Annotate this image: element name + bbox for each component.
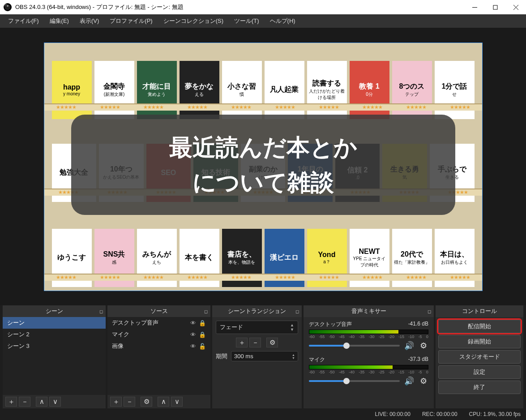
transition-settings-button[interactable]: ⚙ [266,338,278,347]
volume-slider[interactable] [309,345,400,347]
move-down-button[interactable]: ∨ [171,397,183,407]
live-status: LIVE: 00:00:00 [375,411,410,417]
channel-name: マイク [309,356,325,364]
eye-icon[interactable]: 👁 [190,343,196,350]
menubar: ファイル(F) 編集(E) 表示(V) プロファイル(P) シーンコレクション(… [0,14,526,28]
detach-icon[interactable]: ◻ [99,309,103,314]
move-down-button[interactable]: ∨ [49,397,61,407]
move-up-button[interactable]: ∧ [36,397,47,407]
preview-area[interactable]: happy money金閣寺 (新潮文庫)才能に目覚めよう夢をかなえる小さな習慣… [0,28,526,305]
controls-header: コントロール [436,305,523,317]
menu-tools[interactable]: ツール(T) [229,15,265,27]
source-item[interactable]: 画像👁🔓 [107,340,210,352]
duration-spinbox[interactable]: 300 ms▲▼ [231,351,298,361]
exit-button[interactable]: 終了 [438,381,521,394]
source-settings-button[interactable]: ⚙ [141,397,152,407]
detach-icon[interactable]: ◻ [295,309,299,314]
source-item[interactable]: デスクトップ音声👁🔒 [107,317,210,329]
menu-file[interactable]: ファイル(F) [3,15,44,27]
eye-icon[interactable]: 👁 [190,331,196,338]
obs-logo-icon [4,3,12,11]
mixer-panel: 音声ミキサー◻ デスクトップ音声-41.6 dB -60-55-50-45-40… [304,305,434,408]
scenes-panel: シーン◻ シーン シーン 2 シーン 3 ＋ － ∧ ∨ [3,305,106,408]
menu-scene-collection[interactable]: シーンコレクション(S) [158,15,229,27]
add-transition-button[interactable]: ＋ [236,338,248,347]
channel-db: -37.3 dB [408,356,428,364]
scene-item[interactable]: シーン [3,317,106,329]
settings-button[interactable]: 設定 [438,365,521,379]
studio-mode-button[interactable]: スタジオモード [438,350,521,364]
svg-rect-2 [493,5,497,9]
menu-edit[interactable]: 編集(E) [44,15,74,27]
start-streaming-button[interactable]: 配信開始 [438,320,521,333]
minimize-button[interactable] [464,0,485,14]
remove-transition-button[interactable]: － [249,338,261,347]
titlebar: OBS 24.0.3 (64-bit, windows) - プロファイル: 無… [0,0,526,14]
remove-scene-button[interactable]: － [19,397,30,407]
volume-slider[interactable] [309,380,400,382]
channel-name: デスクトップ音声 [309,321,352,328]
sources-header: ソース◻ [107,305,210,317]
scene-item[interactable]: シーン 2 [3,329,106,340]
remove-source-button[interactable]: － [124,397,135,407]
lock-icon[interactable]: 🔒 [199,331,206,338]
close-button[interactable] [505,0,526,14]
add-scene-button[interactable]: ＋ [5,397,17,407]
maximize-button[interactable] [485,0,505,14]
gear-icon[interactable]: ⚙ [419,376,428,386]
duration-label: 期間 [216,352,227,360]
source-item[interactable]: マイク👁🔒 [107,329,210,340]
overlay-text: 最近読んだ本とかについて雑談 [71,115,455,215]
level-meter [309,330,428,334]
speaker-icon[interactable]: 🔊 [404,341,414,351]
eye-icon[interactable]: 👁 [190,320,196,326]
speaker-icon[interactable]: 🔊 [404,376,414,386]
status-bar: LIVE: 00:00:00 REC: 00:00:00 CPU: 1.9%, … [0,408,526,420]
menu-view[interactable]: 表示(V) [74,15,104,27]
menu-profile[interactable]: プロファイル(P) [104,15,158,27]
gear-icon[interactable]: ⚙ [419,341,428,351]
rec-status: REC: 00:00:00 [422,411,458,417]
controls-panel: コントロール 配信開始 録画開始 スタジオモード 設定 終了 [436,305,523,408]
sources-panel: ソース◻ デスクトップ音声👁🔒 マイク👁🔒 画像👁🔓 ＋ － ⚙ ∧ ∨ [107,305,210,408]
transitions-panel: シーントランジション◻ フェード▲▼ ＋ － ⚙ 期間 300 ms▲▼ [212,305,302,408]
lock-icon[interactable]: 🔓 [199,343,206,350]
mixer-header: 音声ミキサー◻ [304,305,434,317]
cpu-status: CPU: 1.9%, 30.00 fps [469,411,521,417]
detach-icon[interactable]: ◻ [204,309,208,314]
channel-db: -41.6 dB [408,321,428,328]
scenes-header: シーン◻ [3,305,106,317]
menu-help[interactable]: ヘルプ(H) [265,15,301,27]
level-meter [309,365,428,369]
svg-point-1 [7,5,9,7]
lock-icon[interactable]: 🔒 [199,320,206,326]
window-title: OBS 24.0.3 (64-bit, windows) - プロファイル: 無… [15,3,464,11]
transition-select[interactable]: フェード▲▼ [216,321,298,334]
start-recording-button[interactable]: 録画開始 [438,335,521,348]
detach-icon[interactable]: ◻ [428,309,431,314]
scene-item[interactable]: シーン 3 [3,340,106,352]
preview-canvas[interactable]: happy money金閣寺 (新潮文庫)才能に目覚めよう夢をかなえる小さな習慣… [44,43,483,291]
add-source-button[interactable]: ＋ [110,397,122,407]
transitions-header: シーントランジション◻ [212,305,302,317]
move-up-button[interactable]: ∧ [158,397,169,407]
